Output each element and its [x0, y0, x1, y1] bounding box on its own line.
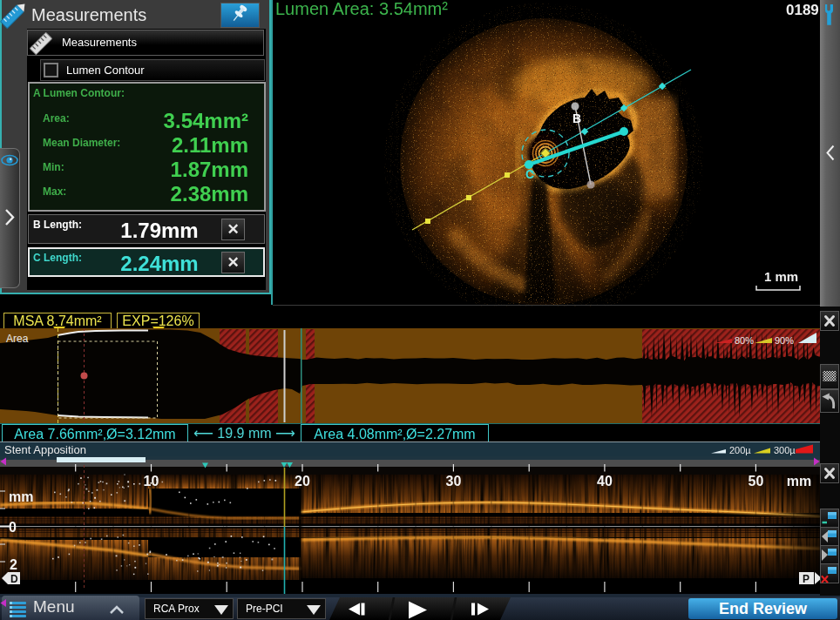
svg-text:C: C: [525, 167, 534, 181]
svg-text:1 mm: 1 mm: [764, 269, 798, 284]
svg-text:200µ: 200µ: [729, 445, 751, 455]
svg-text:B: B: [572, 111, 581, 125]
svg-text:30: 30: [446, 474, 462, 489]
svg-text:0189: 0189: [786, 2, 819, 18]
svg-text:Lumen Area: 3.54mm²: Lumen Area: 3.54mm²: [275, 0, 448, 18]
svg-text:50: 50: [749, 474, 764, 489]
svg-text:10: 10: [144, 474, 159, 489]
svg-text:40: 40: [597, 474, 613, 489]
svg-text:mm: mm: [787, 474, 811, 489]
svg-text:0: 0: [9, 520, 17, 535]
svg-text:300µ: 300µ: [774, 445, 796, 455]
svg-text:D: D: [10, 573, 18, 585]
svg-text:Area: Area: [6, 333, 29, 345]
svg-text:P: P: [803, 573, 810, 585]
svg-text:mm: mm: [9, 489, 33, 504]
svg-text:2: 2: [10, 557, 17, 572]
svg-text:80%: 80%: [735, 335, 754, 346]
svg-text:20: 20: [295, 474, 310, 489]
svg-text:90%: 90%: [775, 335, 794, 346]
